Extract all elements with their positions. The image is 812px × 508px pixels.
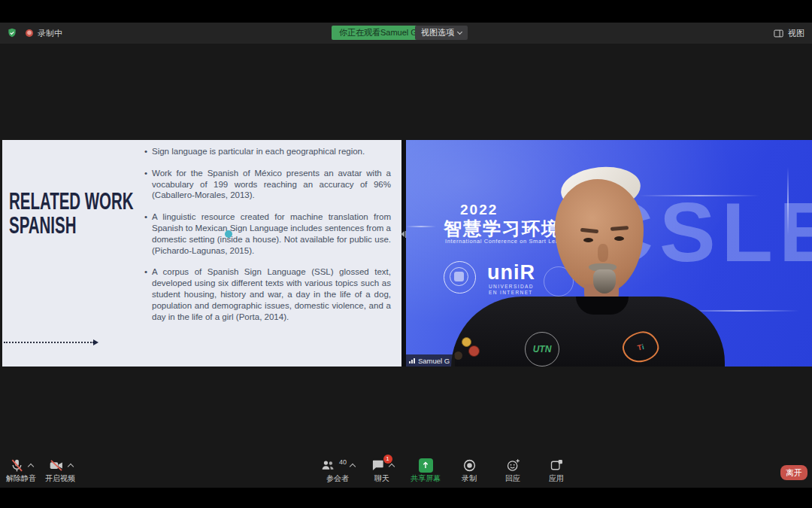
shirt-logo-dot — [462, 337, 471, 347]
participants-label: 参会者 — [326, 474, 349, 483]
participant-name: Samuel G — [418, 357, 450, 365]
toolbar-left-group: 解除静音 开启视频 — [5, 456, 77, 483]
chat-chevron-icon[interactable] — [388, 463, 394, 469]
start-video-button[interactable]: 开启视频 — [44, 456, 77, 483]
apps-button[interactable]: 应用 — [540, 456, 573, 483]
slide-dotted-arrow — [4, 342, 94, 343]
meeting-window: 录制中 你正在观看Samuel G的屏幕 视图选项 视图 RELATED WOR… — [0, 0, 812, 508]
presenter-goatee — [593, 269, 616, 294]
presenter-cursor-dot — [225, 230, 232, 238]
participants-button[interactable]: 40 参会者 — [320, 456, 355, 483]
bullet-marker: • — [144, 266, 147, 278]
bullet-text: A corpus of Spanish Sign Language (SSL) … — [152, 267, 391, 321]
shirt-logo-dot — [468, 345, 480, 357]
camera-off-icon — [48, 458, 65, 473]
participants-count: 40 — [339, 458, 347, 466]
start-video-label: 开启视频 — [45, 474, 75, 483]
unmute-label: 解除静音 — [6, 474, 36, 483]
slide-bullet: • A linguistic resource created for mach… — [152, 211, 391, 256]
slide-title-line1: RELATED WORK — [9, 190, 134, 214]
view-button-label: 视图 — [788, 28, 804, 39]
bullet-marker: • — [144, 168, 147, 179]
mic-muted-icon — [9, 458, 25, 473]
conference-year: 2022 — [460, 202, 498, 218]
bullet-text: Work for the Spanish of México presents … — [152, 169, 391, 200]
meeting-toolbar: 解除静音 开启视频 — [0, 456, 812, 488]
slide-bullet: • Work for the Spanish of México present… — [152, 168, 391, 201]
view-button[interactable]: 视图 — [773, 23, 804, 44]
slide-bullet: • A corpus of Spanish Sign Language (SSL… — [152, 266, 391, 322]
recording-label: 录制中 — [38, 28, 62, 39]
reactions-button[interactable]: 回应 — [496, 456, 529, 483]
layout-view-icon — [773, 28, 784, 39]
record-icon — [462, 458, 477, 473]
record-label: 录制 — [462, 474, 477, 483]
shirt-logo-dot — [454, 351, 462, 360]
slide-bullet: • Sign language is particular in each ge… — [152, 146, 391, 157]
decor-line — [406, 226, 436, 227]
unmute-button[interactable]: 解除静音 — [5, 456, 38, 483]
leave-meeting-button[interactable]: 离开 — [780, 465, 807, 480]
utn-shirt-badge: UTN — [525, 332, 559, 367]
chat-label: 聊天 — [374, 474, 389, 483]
view-options-dropdown[interactable]: 视图选项 — [415, 26, 468, 40]
record-button[interactable]: 录制 — [453, 456, 486, 483]
share-screen-label: 共享屏幕 — [411, 474, 441, 483]
participants-chevron-icon[interactable] — [350, 463, 356, 469]
decor-line — [639, 195, 759, 196]
reactions-label: 回应 — [505, 474, 520, 483]
chat-unread-badge: 1 — [383, 455, 392, 464]
presenter-eye — [614, 236, 624, 241]
mic-options-chevron-icon[interactable] — [28, 463, 34, 469]
slide-title: RELATED WORK SPANISH — [9, 190, 134, 238]
seal-core — [454, 272, 464, 281]
presenter-eye — [583, 238, 593, 242]
presenter-nose — [598, 244, 608, 262]
shared-screen-slide: RELATED WORK SPANISH • Sign language is … — [2, 140, 401, 367]
slide-title-line2: SPANISH — [9, 214, 134, 238]
apps-label: 应用 — [549, 474, 564, 483]
reactions-smiley-icon — [505, 458, 521, 473]
unir-logo: uniR — [487, 263, 535, 283]
view-options-label: 视图选项 — [421, 26, 454, 40]
bullet-marker: • — [144, 146, 147, 157]
resize-arrow-left-icon — [401, 231, 404, 237]
recording-dot-icon — [26, 29, 33, 37]
bullet-text: Sign language is particular in each geog… — [152, 147, 365, 156]
security-shield-icon[interactable] — [6, 27, 18, 39]
video-options-chevron-icon[interactable] — [67, 463, 73, 469]
unir-sub-line1: UNIVERSIDAD — [489, 284, 534, 290]
bullet-marker: • — [144, 211, 147, 223]
share-screen-icon — [419, 458, 433, 473]
chat-button[interactable]: 1 聊天 — [365, 456, 398, 483]
chevron-down-icon — [457, 29, 462, 34]
signal-bars-icon — [409, 358, 415, 364]
slide-bullet-list: • Sign language is particular in each ge… — [152, 146, 391, 333]
share-screen-button[interactable]: 共享屏幕 — [409, 456, 442, 483]
toolbar-center-group: 40 参会者 1 聊天 — [320, 456, 573, 483]
unir-sub-line2: EN INTERNET — [489, 290, 534, 296]
speaker-video-tile: CSLE 2022 智慧学习环境国际 International Confere… — [406, 140, 812, 367]
arrow-head-icon — [93, 339, 98, 345]
participant-name-tag: Samuel G — [406, 354, 455, 367]
participants-icon — [320, 458, 336, 473]
apps-icon — [549, 458, 565, 473]
unir-logo-subtext: UNIVERSIDAD EN INTERNET — [489, 284, 534, 295]
decor-line-vertical — [787, 167, 789, 235]
recording-indicator: 录制中 — [26, 28, 62, 39]
top-bar-left: 录制中 — [6, 23, 62, 44]
university-seal-logo — [444, 261, 476, 294]
top-bar: 录制中 你正在观看Samuel G的屏幕 视图选项 视图 — [0, 23, 812, 44]
bullet-text: A linguistic resource created for machin… — [152, 212, 391, 254]
